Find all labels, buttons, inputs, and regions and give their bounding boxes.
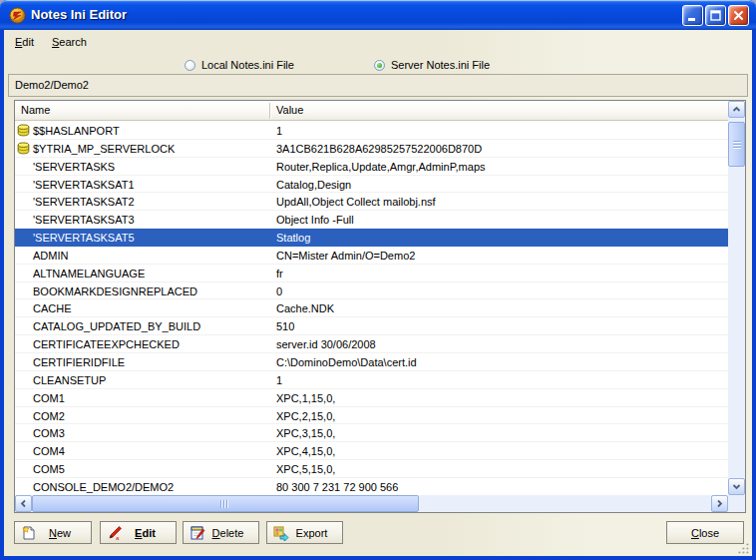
table-row[interactable]: CATALOG_UPDATED_BY_BUILD510 [15, 317, 728, 335]
vertical-scroll-thumb[interactable] [728, 122, 745, 167]
table-row[interactable]: $YTRIA_MP_SERVERLOCK3A1CB621B628A6298525… [15, 140, 728, 158]
table-row[interactable]: BOOKMARKDESIGNREPLACED0 [15, 282, 728, 300]
maximize-icon [709, 9, 722, 22]
close-icon [732, 9, 745, 22]
svg-text:a: a [116, 535, 120, 541]
column-separator[interactable] [269, 103, 270, 119]
table-row[interactable]: 'SERVERTASKSAT3Object Info -Full [15, 211, 728, 229]
scroll-left-button[interactable] [15, 495, 32, 512]
ini-settings-list: Name Value $$HASLANPORT1$YTRIA_MP_SERVER… [14, 100, 746, 513]
radio-button-icon[interactable] [374, 60, 385, 71]
scrollbar-corner [728, 495, 745, 512]
table-row[interactable]: CONSOLE_DEMO2/DEMO280 300 7 231 72 900 5… [15, 478, 728, 496]
table-row[interactable]: 'SERVERTASKSRouter,Replica,Update,Amgr,A… [15, 158, 728, 176]
table-row[interactable]: COM4XPC,4,15,0, [15, 442, 728, 460]
menu-search[interactable]: Search [50, 33, 89, 51]
radio-server-notes-ini[interactable]: Server Notes.ini File [374, 56, 490, 74]
row-name: ALTNAMELANGUAGE [33, 266, 267, 281]
row-value: Router,Replica,Update,Amgr,AdminP,maps [276, 159, 725, 175]
close-dialog-button[interactable]: Close [666, 521, 744, 544]
minimize-button[interactable] [682, 5, 703, 26]
new-button[interactable]: New [14, 521, 92, 544]
row-name: CONSOLE_DEMO2/DEMO2 [33, 479, 267, 495]
row-icon-placeholder [17, 301, 30, 314]
column-header-name[interactable]: Name [21, 104, 50, 116]
scroll-right-button[interactable] [711, 495, 728, 512]
export-button[interactable]: Export [266, 521, 343, 544]
scroll-up-button[interactable] [728, 101, 745, 118]
row-value: XPC,4,15,0, [276, 443, 725, 459]
table-row[interactable]: 'SERVERTASKSAT5Statlog [15, 229, 728, 247]
radio-local-notes-ini[interactable]: Local Notes.ini File [185, 56, 294, 74]
row-name: 'SERVERTASKSAT5 [33, 230, 267, 246]
database-icon [17, 142, 30, 155]
titlebar[interactable]: Notes Ini Editor [0, 0, 756, 30]
window-controls [682, 5, 749, 26]
row-name: COM2 [33, 408, 267, 424]
close-button-label: Close [691, 527, 719, 539]
row-icon-placeholder [17, 249, 30, 262]
radio-button-icon[interactable] [185, 60, 195, 71]
row-icon-placeholder [17, 462, 30, 475]
horizontal-scrollbar[interactable] [15, 495, 728, 512]
thumb-grip [220, 500, 229, 508]
table-row[interactable]: ADMINCN=Mister Admin/O=Demo2 [15, 247, 728, 265]
close-button[interactable] [728, 5, 749, 26]
row-name: 'SERVERTASKSAT3 [33, 212, 267, 228]
resize-grip-icon[interactable] [737, 542, 750, 555]
vertical-scrollbar[interactable] [728, 101, 745, 495]
edit-pen-icon: a [107, 525, 123, 541]
table-row[interactable]: COM3XPC,3,15,0, [15, 424, 728, 442]
row-icon-placeholder [17, 319, 30, 332]
table-row[interactable]: ALTNAMELANGUAGEfr [15, 265, 728, 282]
row-name: CATALOG_UPDATED_BY_BUILD [33, 318, 267, 334]
row-value: Object Info -Full [276, 212, 725, 228]
column-header-value[interactable]: Value [276, 104, 303, 116]
horizontal-scroll-thumb[interactable] [32, 495, 419, 512]
scroll-down-button[interactable] [728, 478, 745, 495]
row-value: CN=Mister Admin/O=Demo2 [276, 248, 725, 264]
edit-button[interactable]: a Edit [100, 521, 177, 544]
button-bar: New a Edit [4, 521, 752, 545]
row-value: XPC,2,15,0, [276, 408, 725, 424]
chevron-down-icon [732, 482, 741, 491]
chevron-up-icon [732, 105, 741, 114]
table-row[interactable]: COM2XPC,2,15,0, [15, 407, 728, 425]
row-value: C:\DominoDemo\Data\cert.id [276, 354, 725, 370]
row-value: 0 [276, 283, 725, 299]
table-row[interactable]: COM5XPC,5,15,0, [15, 460, 728, 478]
delete-button[interactable]: Delete [183, 521, 259, 544]
table-row[interactable]: $$HASLANPORT1 [15, 122, 728, 140]
row-name: 'SERVERTASKSAT2 [33, 194, 267, 210]
table-row[interactable]: CACHECache.NDK [15, 299, 728, 317]
row-value: UpdAll,Object Collect mailobj.nsf [276, 194, 725, 210]
row-value: 1 [276, 372, 725, 388]
row-icon-placeholder [17, 444, 30, 457]
maximize-button[interactable] [705, 5, 726, 26]
row-icon-placeholder [17, 337, 30, 350]
row-icon-placeholder [17, 391, 30, 404]
table-row[interactable]: CLEANSETUP1 [15, 371, 728, 389]
row-icon-placeholder [17, 267, 30, 280]
row-name: COM3 [33, 425, 267, 441]
table-row[interactable]: 'SERVERTASKSAT1Catalog,Design [15, 176, 728, 194]
row-value: Catalog,Design [276, 177, 725, 193]
row-name: ADMIN [33, 248, 267, 264]
row-icon-placeholder [17, 426, 30, 439]
row-name: COM5 [33, 461, 267, 477]
row-value: Statlog [276, 230, 725, 246]
table-row[interactable]: 'SERVERTASKSAT2UpdAll,Object Collect mai… [15, 193, 728, 211]
delete-icon [189, 525, 205, 541]
row-value: fr [276, 266, 725, 281]
file-source-options: Local Notes.ini File Server Notes.ini Fi… [4, 56, 752, 74]
row-name: 'SERVERTASKS [33, 159, 267, 175]
row-name: $YTRIA_MP_SERVERLOCK [33, 141, 267, 157]
row-name: BOOKMARKDESIGNREPLACED [33, 283, 267, 299]
minimize-icon [686, 9, 699, 22]
table-row[interactable]: COM1XPC,1,15,0, [15, 389, 728, 407]
menu-edit[interactable]: Edit [13, 33, 36, 51]
table-row[interactable]: CERTIFICATEEXPCHECKEDserver.id 30/06/200… [15, 335, 728, 353]
row-name: CLEANSETUP [33, 372, 267, 388]
table-row[interactable]: CERTIFIERIDFILEC:\DominoDemo\Data\cert.i… [15, 353, 728, 371]
row-name: CERTIFICATEEXPCHECKED [33, 336, 267, 352]
